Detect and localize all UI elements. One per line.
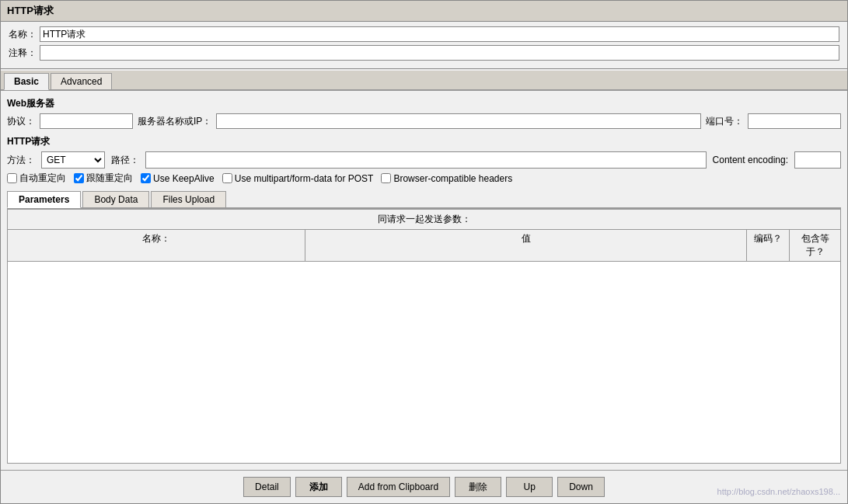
auto-redirect-item: 自动重定向 <box>7 172 66 185</box>
protocol-input[interactable] <box>40 113 133 129</box>
comment-input[interactable] <box>40 45 839 61</box>
main-tab-bar: Basic Advanced <box>1 71 847 91</box>
auto-redirect-checkbox[interactable] <box>7 173 17 183</box>
tab-body-data[interactable]: Body Data <box>82 191 149 207</box>
auto-redirect-label: 自动重定向 <box>19 172 66 185</box>
comment-label: 注释： <box>9 47 40 60</box>
keepalive-item: Use KeepAlive <box>141 173 215 184</box>
browser-headers-label: Browser-compatible headers <box>393 173 512 184</box>
method-select[interactable]: GET POST PUT DELETE HEAD OPTIONS PATCH <box>42 152 104 168</box>
port-label: 端口号： <box>706 115 743 128</box>
add-clipboard-button[interactable]: Add from Clipboard <box>347 477 450 497</box>
server-row: 协议： 服务器名称或IP： 端口号： <box>7 113 841 129</box>
keepalive-checkbox[interactable] <box>141 173 151 183</box>
browser-headers-checkbox[interactable] <box>381 173 391 183</box>
encoding-label: Content encoding: <box>713 155 788 165</box>
path-input[interactable] <box>145 151 707 169</box>
tab-basic[interactable]: Basic <box>4 73 49 90</box>
inner-tab-bar: Parameters Body Data Files Upload <box>7 191 841 209</box>
encoding-input[interactable] <box>794 151 841 169</box>
tab-advanced[interactable]: Advanced <box>51 73 112 89</box>
web-server-title: Web服务器 <box>7 97 841 110</box>
tab-content-basic: Web服务器 协议： 服务器名称或IP： 端口号： HTTP请求 方法： GET <box>1 91 847 470</box>
multipart-item: Use multipart/form-data for POST <box>222 173 374 184</box>
name-row: 名称： <box>9 26 839 42</box>
delete-button[interactable]: 删除 <box>455 477 501 497</box>
col-encode-header: 编码？ <box>747 230 790 261</box>
tab-files-upload[interactable]: Files Upload <box>151 191 226 207</box>
params-body <box>8 262 840 463</box>
follow-redirect-item: 跟随重定向 <box>74 172 133 185</box>
name-label: 名称： <box>9 28 40 41</box>
multipart-checkbox[interactable] <box>222 173 232 183</box>
params-area: 同请求一起发送参数： 名称： 值 编码？ 包含等于？ <box>7 209 841 464</box>
server-name-label: 服务器名称或IP： <box>138 115 211 128</box>
http-request-title: HTTP请求 <box>7 135 841 148</box>
checkboxes-row: 自动重定向 跟随重定向 Use KeepAlive Use multipart/… <box>7 172 841 185</box>
follow-redirect-checkbox[interactable] <box>74 173 84 183</box>
detail-button[interactable]: Detail <box>243 477 291 497</box>
window-title: HTTP请求 <box>1 1 847 22</box>
tab-parameters[interactable]: Parameters <box>7 191 81 208</box>
protocol-label: 协议： <box>7 115 35 128</box>
divider-top <box>1 68 847 69</box>
keepalive-label: Use KeepAlive <box>153 173 215 184</box>
params-header: 同请求一起发送参数： <box>8 210 840 230</box>
bottom-bar: Detail 添加 Add from Clipboard 删除 Up Down <box>1 470 847 503</box>
add-button[interactable]: 添加 <box>295 477 342 497</box>
up-button[interactable]: Up <box>506 477 553 497</box>
down-button[interactable]: Down <box>557 477 605 497</box>
main-window: HTTP请求 名称： 注释： Basic Advanced Web服务器 协议：… <box>0 0 848 504</box>
name-input[interactable] <box>40 26 839 42</box>
method-row: 方法： GET POST PUT DELETE HEAD OPTIONS PAT… <box>7 151 841 169</box>
params-table-header: 名称： 值 编码？ 包含等于？ <box>8 230 840 262</box>
col-name-header: 名称： <box>8 230 305 261</box>
method-select-wrapper: GET POST PUT DELETE HEAD OPTIONS PATCH <box>41 151 105 169</box>
name-section: 名称： 注释： <box>1 22 847 67</box>
tabs-container: Basic Advanced Web服务器 协议： 服务器名称或IP： 端口号：… <box>1 71 847 470</box>
path-label: 路径： <box>111 154 139 167</box>
multipart-label: Use multipart/form-data for POST <box>235 173 374 184</box>
port-input[interactable] <box>748 113 841 129</box>
http-request-section: HTTP请求 方法： GET POST PUT DELETE HEAD OPTI… <box>7 135 841 188</box>
server-name-input[interactable] <box>216 113 701 129</box>
comment-row: 注释： <box>9 45 839 61</box>
col-include-header: 包含等于？ <box>790 230 840 261</box>
follow-redirect-label: 跟随重定向 <box>86 172 133 185</box>
col-value-header: 值 <box>305 230 747 261</box>
method-label: 方法： <box>7 154 35 167</box>
browser-headers-item: Browser-compatible headers <box>381 173 512 184</box>
